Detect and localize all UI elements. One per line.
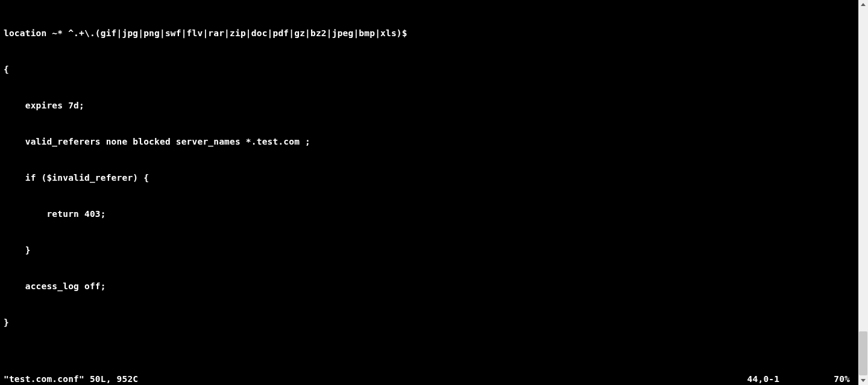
- scroll-up-arrow-icon[interactable]: [858, 0, 868, 10]
- code-line: {: [4, 63, 855, 75]
- code-line: }: [4, 316, 855, 328]
- vertical-scrollbar[interactable]: [858, 0, 868, 385]
- code-line: location ~* ^.+\.(gif|jpg|png|swf|flv|ra…: [4, 27, 855, 39]
- status-cursor-position: 44,0-1: [747, 373, 834, 385]
- vim-status-bar: "test.com.conf" 50L, 952C 44,0-1 70%: [0, 373, 858, 385]
- status-spacer: [138, 373, 747, 385]
- code-line: [4, 352, 855, 365]
- code-line: return 403;: [4, 208, 855, 220]
- code-line: access_log off;: [4, 280, 855, 292]
- terminal-viewport: location ~* ^.+\.(gif|jpg|png|swf|flv|ra…: [0, 0, 858, 385]
- status-filename: "test.com.conf" 50L, 952C: [4, 373, 138, 385]
- code-line: if ($invalid_referer) {: [4, 172, 855, 184]
- scroll-track[interactable]: [858, 10, 868, 375]
- code-line: }: [4, 244, 855, 256]
- editor-content[interactable]: location ~* ^.+\.(gif|jpg|png|swf|flv|ra…: [0, 0, 858, 385]
- status-scroll-percent: 70%: [834, 373, 855, 385]
- scroll-down-arrow-icon[interactable]: [858, 375, 868, 385]
- code-line: valid_referers none blocked server_names…: [4, 136, 855, 148]
- scroll-thumb[interactable]: [859, 331, 867, 375]
- code-line: expires 7d;: [4, 99, 855, 111]
